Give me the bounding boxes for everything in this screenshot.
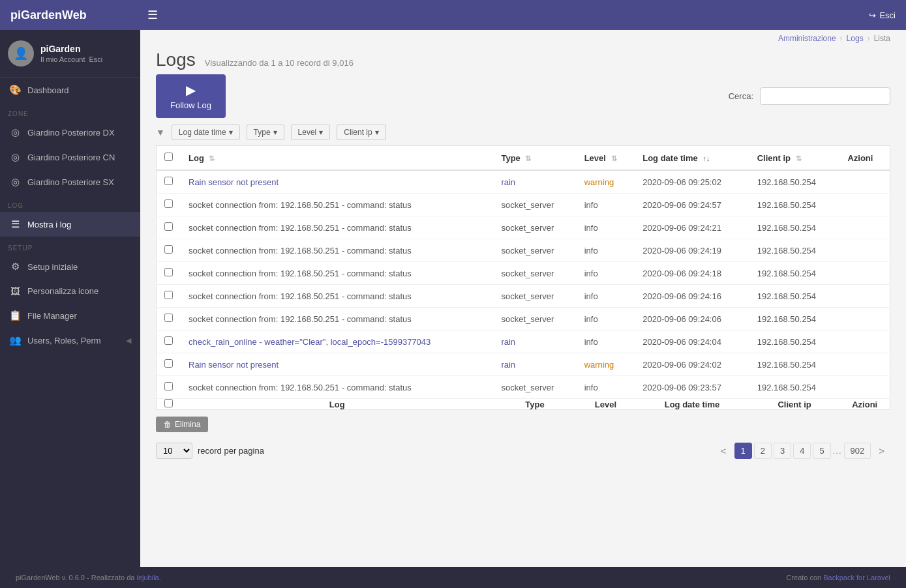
row-datetime: 2020-09-06 09:24:19: [635, 239, 749, 262]
row-checkbox[interactable]: [164, 222, 173, 231]
table-row: socket connection from: 192.168.50.251 -…: [157, 216, 890, 239]
filter-client-ip[interactable]: Client ip ▾: [337, 125, 385, 140]
page-902-button[interactable]: 902: [844, 443, 871, 459]
username: piGarden: [40, 44, 102, 54]
row-checkbox[interactable]: [164, 314, 173, 322]
row-checkbox-cell[interactable]: [157, 353, 181, 376]
select-all-bottom-checkbox[interactable]: [164, 399, 173, 407]
row-checkbox[interactable]: [164, 199, 173, 208]
hamburger-icon[interactable]: ☰: [147, 8, 158, 22]
row-checkbox[interactable]: [164, 245, 173, 254]
app-body: 👤 piGarden Il mio Account Esci 🎨 Dashboa…: [0, 30, 906, 567]
row-checkbox[interactable]: [164, 291, 173, 299]
logout-button[interactable]: ↪ Esci: [869, 10, 896, 20]
row-level: info: [577, 262, 635, 285]
filter-log-date-time[interactable]: Log date time ▾: [172, 125, 240, 140]
row-checkbox-cell[interactable]: [157, 376, 181, 399]
footer: piGardenWeb v. 0.6.0 - Realizzato da lej…: [0, 567, 906, 588]
footer-author-link[interactable]: lejubila: [136, 574, 159, 581]
app-brand: piGardenWeb: [10, 8, 147, 22]
row-clientip: 192.168.50.254: [749, 239, 840, 262]
sidebar-item-giardino-cn[interactable]: ◎ Giardino Posteriore CN: [0, 145, 140, 169]
sidebar-user: 👤 piGarden Il mio Account Esci: [0, 30, 140, 78]
tfoot-type: Type: [493, 399, 576, 410]
page-5-button[interactable]: 5: [813, 443, 830, 459]
th-azioni: Azioni: [839, 146, 890, 171]
search-input[interactable]: [760, 87, 890, 105]
footer-backpack-link[interactable]: Backpack for Laravel: [823, 574, 890, 581]
sidebar-item-file-manager[interactable]: 📋 File Manager: [0, 303, 140, 328]
sidebar-logout-link[interactable]: Esci: [89, 55, 102, 63]
table-row: socket connection from: 192.168.50.251 -…: [157, 308, 890, 331]
th-log[interactable]: Log ⇅: [181, 146, 493, 171]
th-select-all[interactable]: [157, 146, 181, 171]
per-page-dropdown[interactable]: 10 25 50 100: [156, 443, 192, 459]
sidebar-item-users-roles[interactable]: 👥 Users, Roles, Perm ◀: [0, 328, 140, 353]
page-1-button[interactable]: 1: [734, 443, 752, 459]
filter-type[interactable]: Type ▾: [247, 125, 284, 140]
breadcrumb-logs[interactable]: Logs: [847, 34, 864, 43]
th-log-date-time[interactable]: Log date time ↑↓: [635, 146, 749, 171]
sidebar-item-giardino-dx[interactable]: ◎ Giardino Posteriore DX: [0, 120, 140, 145]
breadcrumb-amministrazione[interactable]: Amministrazione: [778, 34, 836, 43]
th-level[interactable]: Level ⇅: [577, 146, 635, 171]
main-content: Amministrazione › Logs › Lista Logs Visu…: [140, 30, 906, 567]
sidebar-item-giardino-sx[interactable]: ◎ Giardino Posteriore SX: [0, 169, 140, 194]
row-type: rain: [493, 353, 576, 376]
th-type[interactable]: Type ⇅: [493, 146, 576, 171]
search-row: Cerca:: [729, 87, 890, 105]
image-icon: 🖼: [9, 286, 21, 297]
row-checkbox[interactable]: [164, 336, 173, 345]
row-type: rain: [493, 170, 576, 194]
user-info: piGarden Il mio Account Esci: [40, 44, 102, 63]
chevron-down-icon: ▾: [229, 128, 233, 137]
tfoot-select[interactable]: [157, 399, 181, 410]
row-type: rain: [493, 331, 576, 353]
row-checkbox-cell[interactable]: [157, 194, 181, 216]
page-3-button[interactable]: 3: [774, 443, 791, 459]
page-2-button[interactable]: 2: [754, 443, 772, 459]
row-clientip: 192.168.50.254: [749, 194, 840, 216]
sidebar-item-personalizza-icone[interactable]: 🖼 Personalizza icone: [0, 279, 140, 303]
pagination-ellipsis: ...: [833, 446, 842, 456]
tfoot-datetime: Log date time: [635, 399, 749, 410]
row-checkbox-cell[interactable]: [157, 285, 181, 308]
row-checkbox-cell[interactable]: [157, 170, 181, 194]
page-prev-button[interactable]: <: [715, 443, 732, 459]
sidebar-item-label: File Manager: [27, 311, 77, 321]
my-account-link[interactable]: Il mio Account: [40, 55, 85, 63]
th-client-ip[interactable]: Client ip ⇅: [749, 146, 840, 171]
row-log: check_rain_online - weather="Clear", loc…: [181, 331, 493, 353]
sidebar-item-setup-iniziale[interactable]: ⚙ Setup iniziale: [0, 254, 140, 279]
row-checkbox-cell[interactable]: [157, 262, 181, 285]
row-checkbox-cell[interactable]: [157, 331, 181, 353]
row-checkbox-cell[interactable]: [157, 216, 181, 239]
row-log: socket connection from: 192.168.50.251 -…: [181, 194, 493, 216]
row-datetime: 2020-09-06 09:24:04: [635, 331, 749, 353]
row-checkbox[interactable]: [164, 177, 173, 185]
page-4-button[interactable]: 4: [793, 443, 811, 459]
filter-level[interactable]: Level ▾: [291, 125, 331, 140]
table-body: Rain sensor not present rain warning 202…: [157, 170, 890, 399]
delete-button[interactable]: 🗑 Elimina: [156, 417, 208, 432]
row-log: Rain sensor not present: [181, 353, 493, 376]
tfoot-log: Log: [181, 399, 493, 410]
user-links: Il mio Account Esci: [40, 55, 102, 63]
row-log: socket connection from: 192.168.50.251 -…: [181, 285, 493, 308]
sidebar-item-dashboard[interactable]: 🎨 Dashboard: [0, 78, 140, 102]
row-checkbox-cell[interactable]: [157, 239, 181, 262]
select-all-checkbox[interactable]: [164, 153, 173, 161]
bottom-bar: 🗑 Elimina: [140, 410, 906, 439]
sidebar-item-mostra-log[interactable]: ☰ Mostra i log: [0, 212, 140, 237]
row-clientip: 192.168.50.254: [749, 285, 840, 308]
row-type: socket_server: [493, 262, 576, 285]
row-checkbox-cell[interactable]: [157, 308, 181, 331]
page-next-button[interactable]: >: [873, 443, 890, 459]
row-checkbox[interactable]: [164, 359, 173, 368]
row-checkbox[interactable]: [164, 382, 173, 390]
sidebar-item-label: Giardino Posteriore CN: [27, 153, 115, 162]
sidebar-item-label: Giardino Posteriore DX: [27, 128, 115, 138]
row-datetime: 2020-09-06 09:24:02: [635, 353, 749, 376]
follow-log-button[interactable]: ▶ Follow Log: [156, 74, 226, 118]
row-checkbox[interactable]: [164, 268, 173, 276]
